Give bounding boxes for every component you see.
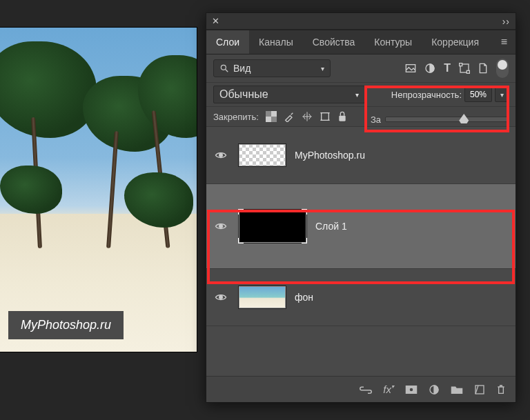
panel-titlebar: ✕ ›› bbox=[206, 13, 516, 30]
search-icon bbox=[219, 63, 229, 73]
svg-point-20 bbox=[409, 388, 413, 392]
svg-rect-15 bbox=[339, 116, 345, 121]
opacity-dropdown-icon[interactable]: ▾ bbox=[495, 87, 509, 102]
filter-type-select[interactable]: Вид ▾ bbox=[213, 59, 331, 77]
chevron-down-icon: ▾ bbox=[321, 65, 324, 72]
layer-thumbnail[interactable] bbox=[238, 209, 307, 243]
lock-artboard-icon[interactable] bbox=[320, 111, 331, 122]
svg-point-17 bbox=[219, 225, 223, 228]
lock-label: Закрепить: bbox=[213, 112, 259, 122]
layers-panel: ✕ ›› Слои Каналы Свойства Контуры Коррек… bbox=[206, 12, 516, 403]
delete-layer-icon[interactable] bbox=[496, 384, 506, 395]
layer-name[interactable]: фон bbox=[295, 292, 313, 303]
blend-mode-label: Обычные bbox=[219, 88, 268, 101]
layer-thumbnail[interactable] bbox=[238, 143, 286, 167]
svg-point-0 bbox=[221, 65, 226, 70]
fill-slider-thumb[interactable] bbox=[459, 114, 469, 123]
visibility-icon[interactable] bbox=[215, 292, 230, 302]
svg-rect-9 bbox=[271, 117, 277, 122]
blend-mode-select[interactable]: Обычные ▾ bbox=[213, 86, 365, 103]
svg-rect-6 bbox=[467, 70, 469, 73]
lock-transparency-icon[interactable] bbox=[266, 111, 277, 122]
layer-row-selected[interactable]: Слой 1 bbox=[206, 184, 516, 269]
layers-bottom-bar: fx▾ bbox=[206, 376, 516, 402]
tab-adjustments[interactable]: Коррекция bbox=[422, 30, 489, 54]
layers-list: MyPhotoshop.ru Слой 1 фон bbox=[206, 127, 516, 376]
panel-tabs: Слои Каналы Свойства Контуры Коррекция ≡ bbox=[206, 30, 516, 54]
lock-all-icon[interactable] bbox=[337, 111, 347, 122]
add-mask-icon[interactable] bbox=[405, 385, 418, 394]
blend-opacity-row: Обычные ▾ Непрозрачность: 50% ▾ bbox=[206, 83, 516, 107]
fx-icon[interactable]: fx▾ bbox=[383, 383, 394, 395]
filter-type-label: Вид bbox=[233, 63, 251, 74]
visibility-icon[interactable] bbox=[215, 150, 230, 160]
opacity-label[interactable]: Непрозрачность: bbox=[391, 90, 462, 100]
lock-position-icon[interactable] bbox=[302, 111, 313, 122]
filter-adjustment-icon[interactable] bbox=[424, 63, 435, 74]
close-icon[interactable]: ✕ bbox=[212, 16, 219, 26]
layer-row[interactable]: фон bbox=[206, 269, 516, 326]
filter-smartobject-icon[interactable] bbox=[478, 63, 488, 74]
lock-pixels-icon[interactable] bbox=[284, 111, 295, 122]
filter-type-icon[interactable]: T bbox=[444, 62, 451, 74]
layer-row[interactable]: MyPhotoshop.ru bbox=[206, 127, 516, 184]
filter-shape-icon[interactable] bbox=[459, 63, 470, 74]
new-layer-icon[interactable] bbox=[474, 384, 485, 395]
document-preview: MyPhotoshop.ru bbox=[0, 28, 197, 352]
tab-channels[interactable]: Каналы bbox=[249, 30, 303, 54]
opacity-value-field[interactable]: 50% bbox=[464, 87, 492, 102]
svg-point-18 bbox=[219, 296, 223, 299]
layer-thumbnail[interactable] bbox=[238, 286, 286, 309]
filter-toggle[interactable] bbox=[496, 59, 509, 78]
svg-rect-10 bbox=[322, 113, 329, 121]
filter-pixel-icon[interactable] bbox=[405, 63, 416, 73]
fill-label: За bbox=[371, 114, 381, 125]
svg-rect-8 bbox=[266, 111, 271, 117]
tab-layers[interactable]: Слои bbox=[206, 30, 249, 54]
layer-name[interactable]: Слой 1 bbox=[315, 221, 347, 232]
link-layers-icon[interactable] bbox=[360, 386, 372, 394]
adjustment-layer-icon[interactable] bbox=[429, 384, 440, 395]
filter-row: Вид ▾ T bbox=[206, 54, 516, 83]
tab-paths[interactable]: Контуры bbox=[364, 30, 422, 54]
visibility-icon[interactable] bbox=[215, 221, 230, 231]
fill-slider[interactable]: За bbox=[371, 111, 509, 128]
svg-line-1 bbox=[226, 70, 228, 72]
tab-properties[interactable]: Свойства bbox=[303, 30, 364, 54]
collapse-icon[interactable]: ›› bbox=[502, 16, 510, 27]
svg-point-16 bbox=[219, 154, 223, 157]
watermark-label: MyPhotoshop.ru bbox=[8, 311, 124, 339]
layer-name[interactable]: MyPhotoshop.ru bbox=[295, 150, 365, 161]
lock-row: Закрепить: За bbox=[206, 107, 516, 127]
new-group-icon[interactable] bbox=[451, 385, 463, 394]
svg-rect-5 bbox=[460, 63, 462, 66]
chevron-down-icon: ▾ bbox=[355, 91, 359, 99]
panel-menu-icon[interactable]: ≡ bbox=[493, 36, 516, 48]
